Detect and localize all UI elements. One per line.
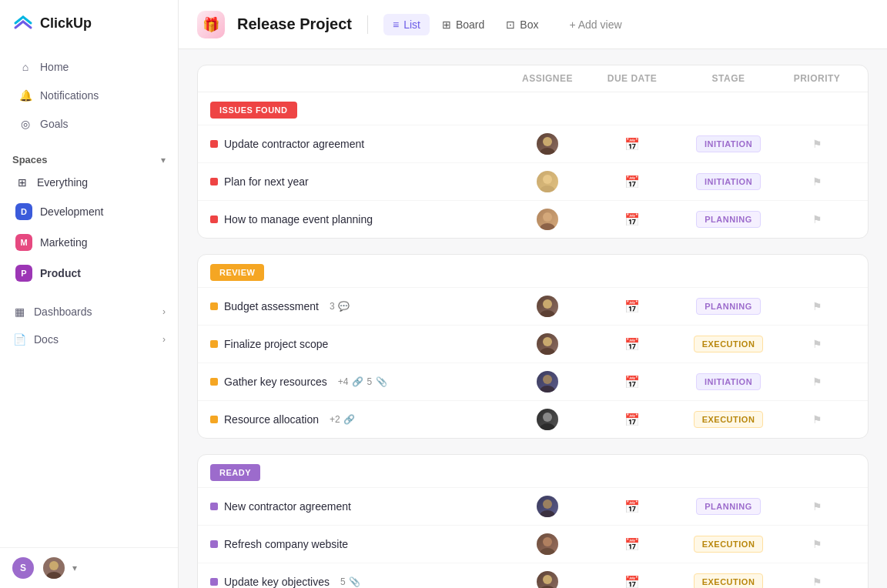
flag-icon: ⚑ (812, 538, 822, 550)
logo: ClickUp (0, 0, 178, 46)
box-tab-icon: ⊡ (506, 18, 515, 31)
table-row[interactable]: How to manage event planning 📅 PLANNING … (198, 200, 868, 238)
trophy-icon: ◎ (18, 117, 32, 131)
priority-cell: ⚑ (778, 538, 855, 550)
date-cell[interactable]: 📅 (586, 499, 678, 514)
svg-point-12 (543, 375, 552, 384)
marketing-label: Marketing (40, 236, 87, 249)
col-assignee: ASSIGNEE (509, 73, 586, 84)
development-badge: D (15, 203, 32, 220)
flag-icon: ⚑ (812, 413, 822, 426)
spaces-section: Spaces ▾ (0, 145, 178, 169)
date-cell[interactable]: 📅 (586, 537, 678, 552)
sidebar-bottom: ▦ Dashboards › 📄 Docs › (0, 295, 178, 356)
stage-badge: INITIATION (696, 373, 761, 390)
calendar-icon: 📅 (624, 413, 640, 427)
paperclip-icon-2: 📎 (349, 576, 361, 588)
date-cell[interactable]: 📅 (586, 575, 678, 589)
date-cell[interactable]: 📅 (586, 175, 678, 189)
task-name-cell: How to manage event planning (210, 213, 509, 226)
group-review: REVIEW Budget assessment 3 💬 (197, 254, 869, 439)
calendar-icon: 📅 (624, 137, 640, 152)
stage-cell: PLANNING (678, 498, 778, 515)
table-row[interactable]: Plan for next year 📅 INITIATION ⚑ (198, 162, 868, 200)
dashboards-label: Dashboards (34, 306, 92, 318)
stage-cell: EXECUTION (678, 536, 778, 553)
table-row[interactable]: Budget assessment 3 💬 📅 PLANNING (198, 287, 868, 325)
flag-icon: ⚑ (812, 213, 822, 226)
task-name: Update key objectives (224, 576, 330, 588)
chevron-right-icon-2: › (162, 334, 166, 345)
date-cell[interactable]: 📅 (586, 299, 678, 314)
task-dot (210, 578, 218, 586)
sidebar-item-home[interactable]: ⌂ Home (6, 53, 172, 81)
calendar-icon: 📅 (624, 175, 640, 189)
task-name-cell: New contractor agreement (210, 500, 509, 513)
date-cell[interactable]: 📅 (586, 212, 678, 227)
flag-icon: ⚑ (812, 300, 822, 312)
stage-cell: PLANNING (678, 298, 778, 315)
task-name: Finalize project scope (224, 338, 328, 350)
grid-icon: ⊞ (15, 175, 29, 189)
add-view-label: + Add view (569, 18, 621, 31)
board-tab-label: Board (456, 18, 484, 31)
sidebar-item-docs[interactable]: 📄 Docs › (0, 326, 178, 353)
footer-chevron-icon[interactable]: ▾ (72, 563, 77, 573)
project-icon: 🎁 (197, 11, 225, 38)
date-cell[interactable]: 📅 (586, 137, 678, 152)
task-name-cell: Budget assessment 3 💬 (210, 300, 509, 312)
task-dot (210, 302, 218, 310)
sidebar-item-dashboards[interactable]: ▦ Dashboards › (0, 298, 178, 326)
task-badges: 5 📎 (340, 576, 361, 588)
page-header: 🎁 Release Project ≡ List ⊞ Board ⊡ Box +… (179, 0, 887, 49)
bell-icon: 🔔 (18, 89, 32, 102)
calendar-icon: 📅 (624, 375, 640, 389)
assignee-cell (509, 409, 586, 430)
sidebar-item-product[interactable]: P Product (3, 259, 175, 288)
sidebar-item-notifications[interactable]: 🔔 Notifications (6, 82, 172, 109)
list-tab-label: List (403, 18, 420, 31)
content-area: ASSIGNEE DUE DATE STAGE PRIORITY ISSUES … (179, 49, 887, 588)
logo-text: ClickUp (40, 15, 92, 32)
table-row[interactable]: Update contractor agreement 📅 INITIATION… (198, 125, 868, 162)
date-cell[interactable]: 📅 (586, 337, 678, 352)
stage-cell: EXECUTION (678, 573, 778, 588)
tab-box[interactable]: ⊡ Box (497, 14, 547, 35)
group-ready: READY New contractor agreement 📅 PLANNIN… (197, 454, 869, 588)
assignee-cell (509, 571, 586, 588)
avatar (537, 209, 558, 230)
svg-point-17 (540, 510, 555, 517)
sidebar-item-development[interactable]: D Development (3, 197, 175, 226)
col-priority: PRIORITY (778, 73, 855, 84)
table-row[interactable]: Refresh company website 📅 EXECUTION ⚑ (198, 525, 868, 563)
flag-icon: ⚑ (812, 175, 822, 188)
add-view-button[interactable]: + Add view (560, 14, 631, 35)
table-row[interactable]: Update key objectives 5 📎 📅 EXECUTION (198, 563, 868, 588)
assignee-cell (509, 209, 586, 230)
badge-count: 5 (340, 576, 346, 587)
calendar-icon: 📅 (624, 499, 640, 514)
stage-cell: EXECUTION (678, 411, 778, 428)
tab-board[interactable]: ⊞ Board (433, 14, 494, 35)
product-badge: P (15, 265, 32, 282)
spaces-header[interactable]: Spaces ▾ (12, 154, 166, 165)
badge-count: 3 (330, 301, 335, 312)
table-row[interactable]: Finalize project scope 📅 EXECUTION ⚑ (198, 325, 868, 362)
stage-badge: EXECUTION (694, 536, 764, 553)
table-row[interactable]: Gather key resources +4 🔗 5 📎 📅 (198, 362, 868, 400)
task-name: Resource allocation (224, 413, 319, 426)
stage-cell: PLANNING (678, 211, 778, 228)
table-row[interactable]: Resource allocation +2 🔗 📅 EXECUTION (198, 400, 868, 438)
task-badges: +2 🔗 (330, 413, 356, 426)
task-name-cell: Plan for next year (210, 175, 509, 188)
sidebar-item-marketing[interactable]: M Marketing (3, 228, 175, 257)
sidebar-item-goals[interactable]: ◎ Goals (6, 110, 172, 138)
sidebar-item-everything[interactable]: ⊞ Everything (3, 169, 175, 195)
task-name: Gather key resources (224, 376, 327, 388)
tab-list[interactable]: ≡ List (383, 14, 430, 35)
date-cell[interactable]: 📅 (586, 413, 678, 427)
stage-badge: PLANNING (696, 498, 760, 515)
table-row[interactable]: New contractor agreement 📅 PLANNING ⚑ (198, 487, 868, 525)
date-cell[interactable]: 📅 (586, 375, 678, 389)
development-label: Development (40, 205, 104, 218)
